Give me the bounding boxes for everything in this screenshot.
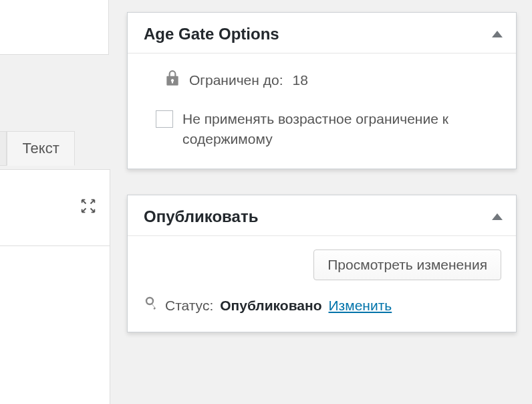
bypass-checkbox[interactable] (156, 110, 173, 128)
lock-icon (165, 70, 180, 90)
fullscreen-icon[interactable] (79, 197, 98, 215)
age-restriction-row: Ограничен до: 18 (144, 70, 500, 90)
restricted-value: 18 (293, 72, 308, 88)
editor-body-edge (0, 246, 110, 404)
edit-status-link[interactable]: Изменить (329, 298, 392, 314)
preview-changes-button[interactable]: Просмотреть изменения (313, 249, 501, 280)
editor-tabs: но Текст (0, 131, 75, 166)
preview-row: Просмотреть изменения (128, 236, 516, 292)
tab-visual[interactable]: но (0, 131, 7, 166)
publish-title: Опубликовать (144, 207, 258, 226)
collapse-icon (492, 213, 503, 220)
age-gate-title: Age Gate Options (144, 25, 279, 43)
publish-metabox: Опубликовать Просмотреть изменения Стату… (127, 195, 517, 332)
bypass-label: Не применять возрастное ограничение к со… (182, 109, 490, 150)
age-gate-body: Ограничен до: 18 Не применять возрастное… (128, 54, 516, 169)
title-field-edge (0, 0, 109, 55)
collapse-icon (492, 31, 503, 37)
publish-header[interactable]: Опубликовать (128, 195, 516, 236)
sidebar-metaboxes: Age Gate Options Ограничен до: 18 Не при… (127, 12, 517, 358)
tab-text[interactable]: Текст (7, 131, 74, 166)
restricted-label: Ограничен до: (189, 72, 283, 88)
key-icon (145, 296, 158, 316)
status-value: Опубликовано (220, 298, 321, 314)
publish-body: Просмотреть изменения Статус: Опубликова… (128, 236, 516, 332)
svg-point-0 (146, 298, 153, 304)
age-gate-header[interactable]: Age Gate Options (128, 13, 516, 54)
age-gate-metabox: Age Gate Options Ограничен до: 18 Не при… (127, 12, 517, 169)
status-row: Статус: Опубликовано Изменить (128, 292, 516, 332)
status-label: Статус: (165, 298, 213, 314)
editor-toolbar-edge (0, 169, 110, 246)
editor-column: но Текст (0, 0, 110, 404)
bypass-checkbox-row[interactable]: Не применять возрастное ограничение к со… (144, 109, 500, 150)
